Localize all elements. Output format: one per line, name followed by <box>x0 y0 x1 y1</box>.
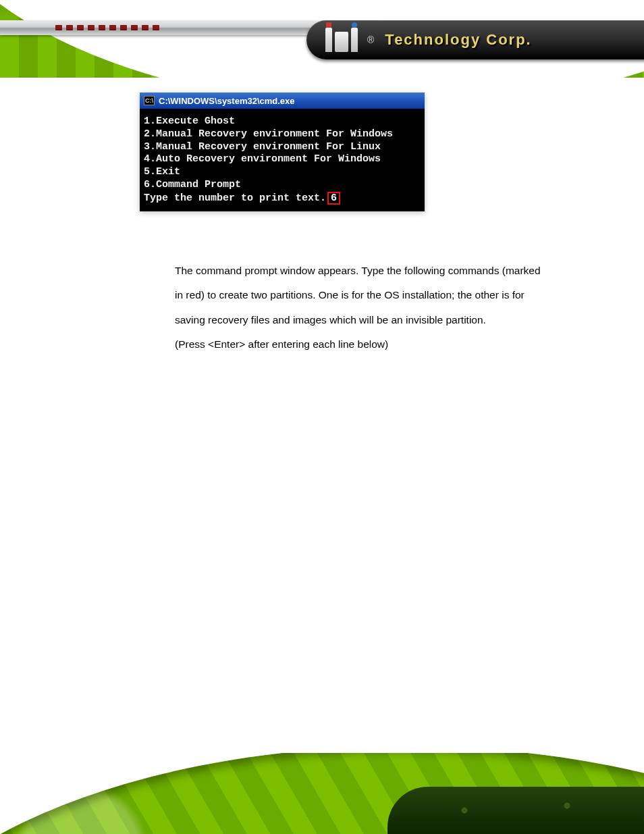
page-body: C:\ C:\WINDOWS\system32\cmd.exe 1.Execut… <box>0 78 644 753</box>
cmd-body: 1.Execute Ghost 2.Manual Recovery enviro… <box>140 109 425 211</box>
registered-mark: ® <box>367 34 374 45</box>
cmd-line-4: 4.Auto Recovery environment For Windows <box>144 153 381 165</box>
cmd-line-5: 5.Exit <box>144 166 180 178</box>
cmd-prompt-text: Type the number to print text. <box>144 192 326 204</box>
page-footer <box>0 753 644 834</box>
brand-name: Technology Corp. <box>385 31 531 49</box>
instruction-line-4: (Press <Enter> after entering each line … <box>175 332 593 357</box>
cmd-titlebar: C:\ C:\WINDOWS\system32\cmd.exe <box>140 93 425 109</box>
cmd-line-2: 2.Manual Recovery environment For Window… <box>144 128 393 140</box>
cmd-title-text: C:\WINDOWS\system32\cmd.exe <box>159 96 295 106</box>
instruction-line-3: saving recovery files and images which w… <box>175 308 593 332</box>
cmd-window: C:\ C:\WINDOWS\system32\cmd.exe 1.Execut… <box>140 93 425 211</box>
instruction-line-1: The command prompt window appears. Type … <box>175 259 593 283</box>
cmd-line-6: 6.Command Prompt <box>144 179 241 190</box>
iei-logo-icon <box>325 28 358 52</box>
cmd-input-highlight: 6 <box>327 192 340 205</box>
brand-strip: ® Technology Corp. <box>306 20 644 59</box>
instruction-line-2: in red) to create two partitions. One is… <box>175 283 593 307</box>
cmd-line-1: 1.Execute Ghost <box>144 115 235 127</box>
instruction-paragraph: The command prompt window appears. Type … <box>175 259 593 357</box>
page-header: ® Technology Corp. <box>0 0 644 78</box>
cmd-line-3: 3.Manual Recovery environment For Linux <box>144 141 381 153</box>
footer-pcb-dark <box>387 787 644 834</box>
cmd-titlebar-icon: C:\ <box>144 96 155 105</box>
header-dot-row <box>55 25 159 30</box>
